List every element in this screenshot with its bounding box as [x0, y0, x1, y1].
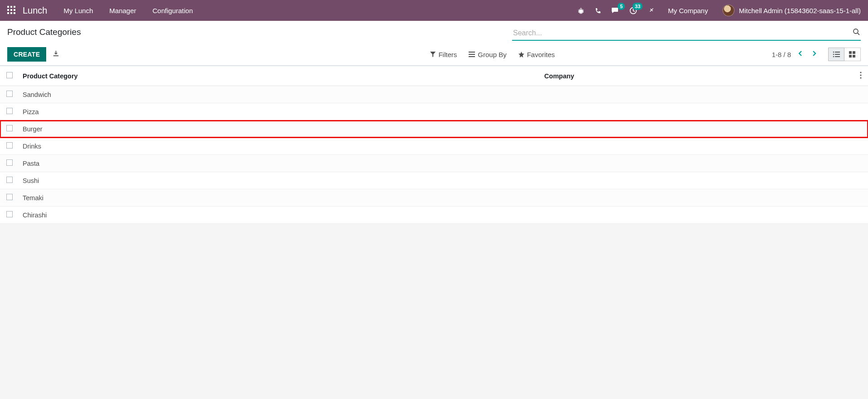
svg-point-27: [860, 77, 861, 78]
row-checkbox[interactable]: [6, 159, 13, 166]
nav-link-manager[interactable]: Manager: [110, 7, 136, 14]
avatar: [723, 5, 734, 16]
optional-columns-icon[interactable]: [860, 73, 862, 80]
pager-next[interactable]: [809, 49, 819, 60]
svg-point-19: [833, 56, 834, 58]
cell-category: Burger: [19, 120, 541, 138]
view-list-button[interactable]: [828, 48, 844, 61]
pager-text: 1-8 / 8: [772, 51, 791, 58]
table-row[interactable]: Sushi: [0, 172, 868, 189]
phone-icon[interactable]: [595, 6, 601, 14]
svg-rect-0: [7, 6, 9, 8]
svg-rect-2: [14, 6, 15, 8]
favorites-label: Favorites: [527, 51, 555, 58]
nav-link-my-lunch[interactable]: My Lunch: [64, 7, 93, 14]
cell-company: [541, 138, 852, 155]
search-wrap: [512, 27, 861, 41]
svg-rect-8: [14, 12, 15, 14]
table-row[interactable]: Chirashi: [0, 207, 868, 224]
svg-point-15: [833, 52, 834, 53]
svg-point-25: [860, 72, 861, 73]
table-row[interactable]: Pizza: [0, 103, 868, 120]
favorites-button[interactable]: Favorites: [518, 51, 555, 58]
svg-rect-20: [835, 56, 840, 57]
row-checkbox[interactable]: [6, 211, 13, 217]
row-checkbox[interactable]: [6, 125, 13, 131]
apps-icon[interactable]: [7, 6, 15, 15]
svg-rect-6: [7, 12, 9, 14]
pager: 1-8 / 8: [772, 49, 819, 60]
data-table: Product Category Company SandwichPizzaBu…: [0, 66, 868, 224]
bug-icon[interactable]: [577, 6, 585, 14]
top-nav: Lunch My Lunch Manager Configuration 5 3…: [0, 0, 868, 21]
cell-category: Pasta: [19, 155, 541, 172]
download-icon[interactable]: [53, 50, 59, 59]
view-kanban-button[interactable]: [844, 48, 861, 61]
svg-rect-18: [835, 54, 840, 55]
col-header-company[interactable]: Company: [541, 66, 852, 86]
svg-rect-13: [469, 54, 475, 55]
cell-company: [541, 86, 852, 103]
table-row[interactable]: Sandwich: [0, 86, 868, 103]
svg-rect-3: [7, 9, 9, 11]
svg-rect-23: [849, 55, 852, 58]
svg-point-11: [854, 29, 858, 34]
filters-label: Filters: [438, 51, 457, 58]
create-button[interactable]: Create: [7, 47, 46, 62]
svg-rect-12: [469, 52, 475, 53]
view-switch: [828, 48, 861, 61]
svg-rect-5: [14, 9, 15, 11]
systray: 5 33 My Company Mitchell Admin (15843602…: [577, 5, 861, 16]
app-name[interactable]: Lunch: [23, 5, 48, 16]
cell-category: Pizza: [19, 103, 541, 120]
search-input[interactable]: [512, 27, 861, 41]
select-all-checkbox[interactable]: [6, 72, 13, 78]
debug-icon[interactable]: [647, 6, 654, 14]
svg-rect-21: [849, 51, 852, 54]
table-row[interactable]: Temaki: [0, 189, 868, 207]
cell-category: Chirashi: [19, 207, 541, 224]
activities-badge: 33: [633, 3, 643, 10]
svg-rect-1: [10, 6, 12, 8]
row-checkbox[interactable]: [6, 194, 13, 200]
groupby-button[interactable]: Group By: [469, 51, 506, 58]
pager-prev[interactable]: [796, 49, 806, 60]
row-checkbox[interactable]: [6, 177, 13, 183]
cell-category: Sushi: [19, 172, 541, 189]
control-panel: Product Categories Create Filters Group …: [0, 21, 868, 66]
svg-rect-14: [469, 56, 475, 57]
cell-category: Temaki: [19, 189, 541, 207]
row-checkbox[interactable]: [6, 142, 13, 149]
table-row[interactable]: Drinks: [0, 138, 868, 155]
company-switcher[interactable]: My Company: [668, 7, 708, 14]
cell-category: Sandwich: [19, 86, 541, 103]
search-icon[interactable]: [853, 28, 860, 37]
nav-link-configuration[interactable]: Configuration: [153, 7, 193, 14]
svg-rect-7: [10, 12, 12, 14]
cell-company: [541, 103, 852, 120]
groupby-label: Group By: [478, 51, 506, 58]
user-name: Mitchell Admin (15843602-saas-15-1-all): [739, 7, 861, 14]
list-view: Product Category Company SandwichPizzaBu…: [0, 66, 868, 224]
col-header-category[interactable]: Product Category: [19, 66, 541, 86]
table-row[interactable]: Burger: [0, 120, 868, 138]
table-row[interactable]: Pasta: [0, 155, 868, 172]
user-menu[interactable]: Mitchell Admin (15843602-saas-15-1-all): [723, 5, 861, 16]
filters-button[interactable]: Filters: [430, 51, 457, 58]
row-checkbox[interactable]: [6, 91, 13, 97]
activities-icon[interactable]: 33: [629, 6, 637, 15]
svg-rect-4: [10, 9, 12, 11]
cell-company: [541, 155, 852, 172]
cell-company: [541, 172, 852, 189]
svg-point-17: [833, 54, 834, 55]
nav-links: My Lunch Manager Configuration: [64, 7, 193, 14]
row-checkbox[interactable]: [6, 108, 13, 114]
svg-rect-16: [835, 52, 840, 53]
svg-rect-22: [853, 51, 855, 54]
svg-point-9: [579, 10, 583, 13]
svg-rect-24: [853, 55, 855, 58]
messages-badge: 5: [618, 3, 625, 10]
search-options: Filters Group By Favorites: [276, 51, 555, 58]
messages-icon[interactable]: 5: [611, 6, 619, 14]
page-title: Product Categories: [7, 27, 81, 37]
